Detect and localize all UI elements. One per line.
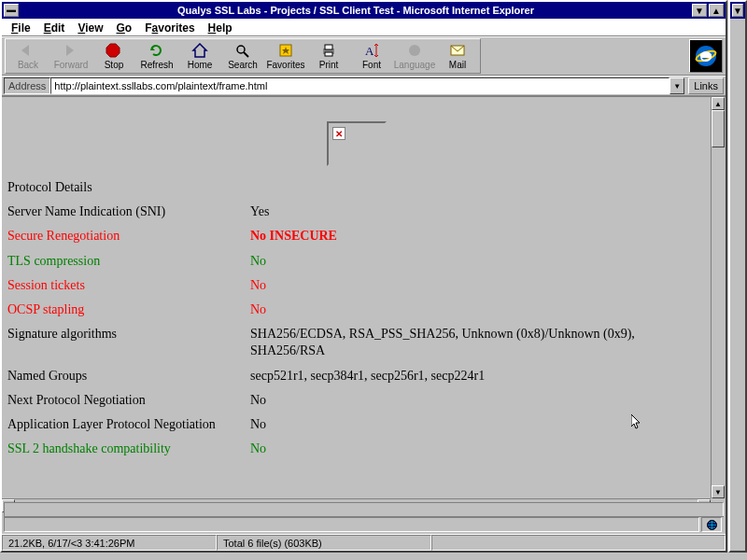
content-wrap: ✕ Protocol Details Server Name Indicatio… [2, 96, 726, 513]
mail-button[interactable]: Mail [436, 40, 479, 72]
mail-label: Mail [449, 60, 466, 70]
menu-go[interactable]: Go [111, 21, 138, 34]
home-label: Home [188, 60, 213, 70]
protocol-row: Server Name Indication (SNI)Yes [7, 200, 705, 224]
protocol-row: Secure RenegotiationNo INSECURE [7, 224, 705, 248]
heading-text: Protocol Details [7, 179, 92, 196]
protocol-row: SSL 2 handshake compatibilityNo [7, 437, 705, 461]
secondary-window: ▼ [728, 0, 747, 553]
home-button[interactable]: Home [178, 40, 221, 72]
scroll-down-icon[interactable]: ▼ [712, 485, 725, 498]
menu-file[interactable]: File [6, 21, 36, 34]
forward-label: Forward [54, 60, 89, 70]
svg-line-2 [244, 52, 248, 57]
row-value: secp521r1, secp384r1, secp256r1, secp224… [250, 368, 705, 385]
row-label: Next Protocol Negotiation [7, 392, 250, 409]
address-dropdown-icon[interactable]: ▼ [669, 77, 684, 94]
ie-logo-icon [689, 39, 723, 73]
back-label: Back [18, 60, 38, 70]
menu-edit[interactable]: Edit [38, 21, 71, 34]
protocol-row: TLS compressionNo [7, 249, 705, 273]
forward-icon [62, 42, 80, 59]
print-button[interactable]: Print [307, 40, 350, 72]
status-bar [4, 516, 724, 533]
protocol-row: Signature algorithmsSHA256/ECDSA, RSA_PS… [7, 322, 705, 363]
bottom-status-bar: 21.2KB, 6/17/<3 3:41:26PM Total 6 file(s… [2, 534, 726, 551]
favorites-button[interactable]: Favorites [264, 40, 307, 72]
search-button[interactable]: Search [221, 40, 264, 72]
address-bar: Address ▼ Links [2, 76, 726, 96]
menu-view[interactable]: View [72, 21, 108, 34]
row-label: Application Layer Protocol Negotiation [7, 416, 250, 433]
secondary-titlebar: ▼ [730, 2, 745, 19]
main-window: Qualys SSL Labs - Projects / SSL Client … [0, 0, 727, 553]
print-icon [319, 42, 338, 59]
broken-image-placeholder: ✕ [327, 121, 387, 166]
search-label: Search [228, 60, 258, 70]
home-icon [190, 42, 209, 59]
mail-icon [448, 42, 467, 59]
svg-rect-5 [325, 45, 332, 49]
menu-help[interactable]: Help [203, 21, 238, 34]
status-globe-icon [701, 517, 722, 532]
refresh-button[interactable]: Refresh [135, 40, 178, 72]
favorites-icon [276, 42, 295, 59]
font-label: Font [362, 60, 381, 70]
refresh-icon [148, 42, 166, 59]
title-bar: Qualys SSL Labs - Projects / SSL Client … [2, 2, 726, 19]
search-icon [233, 42, 252, 59]
menu-favorites[interactable]: Favorites [139, 21, 200, 34]
status-left-pane: 21.2KB, 6/17/<3 3:41:26PM [2, 535, 217, 551]
maximize-button[interactable]: ▲ [709, 4, 724, 17]
protocol-row: OCSP staplingNo [7, 298, 705, 322]
status-empty-pane [431, 535, 726, 551]
font-button[interactable]: AFont [350, 40, 393, 72]
svg-marker-0 [106, 44, 120, 57]
row-value: No INSECURE [250, 228, 705, 245]
language-icon [405, 42, 424, 59]
svg-rect-6 [325, 52, 332, 56]
status-text [4, 517, 699, 532]
stop-button[interactable]: Stop [92, 40, 135, 72]
vertical-scrollbar[interactable]: ▲ ▼ [711, 97, 726, 498]
window-title: Qualys SSL Labs - Projects / SSL Client … [21, 5, 690, 16]
menu-bar: File Edit View Go Favorites Help [2, 19, 726, 36]
row-label: TLS compression [7, 253, 250, 270]
minimize-button[interactable]: ▼ [692, 4, 707, 17]
row-value: No [250, 277, 705, 294]
row-value: SHA256/ECDSA, RSA_PSS_SHA256, Unknown (0… [250, 326, 705, 359]
protocol-row: Session ticketsNo [7, 273, 705, 298]
toolbar: BackForwardStopRefreshHomeSearchFavorite… [2, 36, 726, 76]
row-value: No [250, 416, 705, 433]
scroll-up-icon[interactable]: ▲ [712, 97, 725, 110]
favorites-label: Favorites [266, 60, 304, 70]
protocol-row: Application Layer Protocol NegotiationNo [7, 413, 705, 437]
row-label: Secure Renegotiation [7, 228, 250, 245]
row-label: OCSP stapling [7, 301, 250, 318]
page-content: ✕ Protocol Details Server Name Indicatio… [2, 97, 711, 498]
system-menu-icon[interactable] [4, 4, 19, 17]
language-button: Language [393, 40, 436, 72]
svg-point-1 [237, 46, 245, 53]
outer-horizontal-scrollbar[interactable] [4, 502, 724, 517]
language-label: Language [394, 60, 436, 70]
row-label: Server Name Indication (SNI) [7, 203, 250, 220]
secondary-minimize-button[interactable]: ▼ [732, 4, 743, 17]
section-heading: Protocol Details [7, 175, 705, 200]
print-label: Print [319, 60, 339, 70]
row-label: SSL 2 handshake compatibility [7, 441, 250, 457]
protocol-details-section: Protocol Details Server Name Indication … [7, 175, 705, 461]
protocol-row: Named Groupssecp521r1, secp384r1, secp25… [7, 364, 705, 388]
row-value: No [250, 441, 705, 457]
links-button[interactable]: Links [688, 77, 724, 94]
scroll-thumb[interactable] [712, 110, 725, 147]
broken-image-icon: ✕ [332, 127, 345, 140]
back-button: Back [7, 40, 49, 72]
row-value: No [250, 301, 705, 318]
status-right-pane: Total 6 file(s) (603KB) [217, 535, 431, 551]
stop-label: Stop [105, 60, 124, 70]
protocol-row: Next Protocol NegotiationNo [7, 388, 705, 413]
font-icon: A [362, 42, 381, 59]
address-input[interactable] [50, 77, 669, 94]
stop-icon [105, 42, 123, 59]
